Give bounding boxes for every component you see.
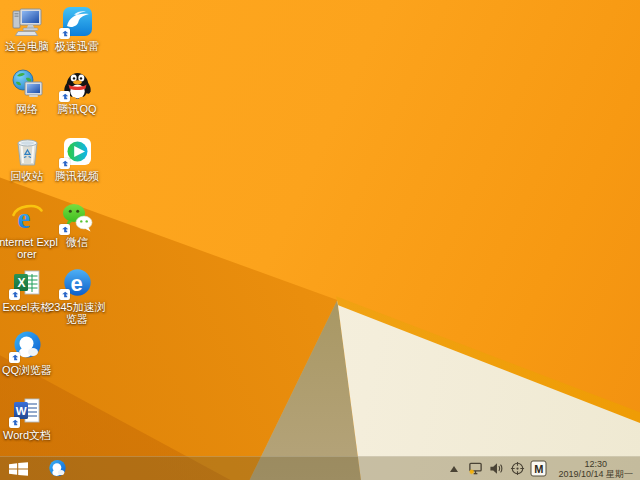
svg-text:X: X bbox=[17, 276, 25, 290]
recycle-bin-icon bbox=[11, 135, 44, 168]
taskbar-clock[interactable]: 12:30 2019/10/14 星期一 bbox=[552, 459, 640, 479]
desktop-icon-label: Excel表格 bbox=[3, 301, 52, 313]
shortcut-arrow-icon bbox=[59, 289, 70, 300]
system-tray: M 12:30 2019/10/14 星期一 bbox=[446, 457, 640, 480]
desktop-icon-label: Word文档 bbox=[3, 429, 51, 441]
tray-app-circle-icon[interactable] bbox=[509, 461, 525, 477]
svg-text:e: e bbox=[70, 271, 82, 296]
clock-time: 12:30 bbox=[584, 459, 607, 469]
desktop-icon-tencent-video[interactable]: 腾讯视频 bbox=[46, 135, 108, 182]
ime-indicator[interactable]: M bbox=[530, 460, 547, 477]
desktop-icon-label: 回收站 bbox=[11, 170, 44, 182]
shortcut-arrow-icon bbox=[59, 91, 70, 102]
shortcut-arrow-icon bbox=[9, 417, 20, 428]
clock-date: 2019/10/14 星期一 bbox=[558, 469, 633, 479]
windows-logo-icon bbox=[9, 462, 28, 476]
excel-icon: X bbox=[11, 266, 44, 299]
desktop-icon-label: QQ浏览器 bbox=[2, 364, 52, 376]
2345-browser-icon: e bbox=[61, 266, 94, 299]
svg-text:M: M bbox=[535, 463, 544, 475]
svg-text:W: W bbox=[15, 405, 26, 417]
desktop-icon-wechat[interactable]: 微信 bbox=[46, 201, 108, 248]
shortcut-arrow-icon bbox=[59, 224, 70, 235]
desktop-icon-word[interactable]: W Word文档 bbox=[0, 394, 58, 441]
desktop-icon-label: 微信 bbox=[66, 236, 88, 248]
desktop-icon-2345-browser[interactable]: e 2345加速浏览器 bbox=[46, 266, 108, 325]
desktop-icon-label: 腾讯QQ bbox=[57, 103, 96, 115]
desktop-icon-qq-browser[interactable]: QQ浏览器 bbox=[0, 329, 58, 376]
desktop-icon-label: 网络 bbox=[16, 103, 38, 115]
desktop-icon-tencent-qq[interactable]: 腾讯QQ bbox=[46, 68, 108, 115]
network-status-icon[interactable] bbox=[467, 461, 483, 477]
hidden-icons-chevron-icon[interactable] bbox=[446, 461, 462, 477]
shortcut-arrow-icon bbox=[9, 352, 20, 363]
desktop-icon-xunlei-speed[interactable]: 极速迅雷 bbox=[46, 5, 108, 52]
this-pc-icon bbox=[11, 5, 44, 38]
word-icon: W bbox=[11, 394, 44, 427]
network-icon bbox=[11, 68, 44, 101]
xunlei-icon bbox=[61, 5, 94, 38]
volume-icon[interactable] bbox=[488, 461, 504, 477]
qq-browser-icon bbox=[11, 329, 44, 362]
start-button[interactable] bbox=[0, 457, 36, 480]
qq-browser-taskbar-icon bbox=[48, 459, 67, 478]
wechat-icon bbox=[61, 201, 94, 234]
desktop-icon-label: 腾讯视频 bbox=[55, 170, 99, 182]
desktop: 这台电脑 极速迅雷 bbox=[0, 0, 640, 480]
shortcut-arrow-icon bbox=[59, 158, 70, 169]
desktop-icon-label: 这台电脑 bbox=[5, 40, 49, 52]
shortcut-arrow-icon bbox=[9, 289, 20, 300]
taskbar: M 12:30 2019/10/14 星期一 bbox=[0, 456, 640, 480]
tencent-video-icon bbox=[61, 135, 94, 168]
qq-penguin-icon bbox=[61, 68, 94, 101]
shortcut-arrow-icon bbox=[59, 28, 70, 39]
desktop-icon-label: 极速迅雷 bbox=[55, 40, 99, 52]
ie-icon: e bbox=[11, 201, 44, 234]
taskbar-item-qq-browser[interactable] bbox=[42, 457, 72, 480]
desktop-icon-label: 2345加速浏览器 bbox=[46, 301, 108, 325]
